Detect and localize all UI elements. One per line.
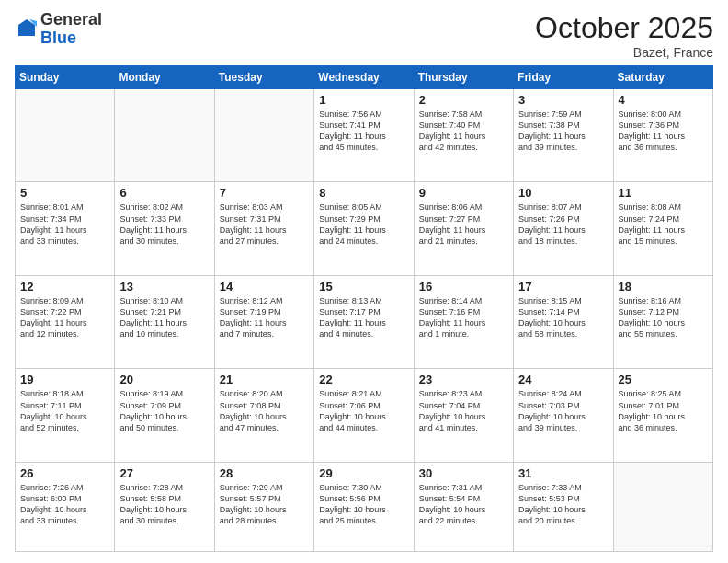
day-info: Sunrise: 8:05 AM Sunset: 7:29 PM Dayligh… xyxy=(319,201,408,247)
calendar-cell: 27Sunrise: 7:28 AM Sunset: 5:58 PM Dayli… xyxy=(115,462,214,551)
day-info: Sunrise: 7:28 AM Sunset: 5:58 PM Dayligh… xyxy=(119,482,209,527)
day-number: 8 xyxy=(319,186,408,200)
day-info: Sunrise: 7:29 AM Sunset: 5:57 PM Dayligh… xyxy=(220,482,309,527)
calendar-cell: 18Sunrise: 8:16 AM Sunset: 7:12 PM Dayli… xyxy=(613,275,712,368)
weekday-header-thursday: Thursday xyxy=(414,66,513,89)
day-number: 1 xyxy=(319,93,408,107)
location: Bazet, France xyxy=(535,45,713,60)
day-info: Sunrise: 8:09 AM Sunset: 7:22 PM Dayligh… xyxy=(20,295,109,340)
calendar-cell: 28Sunrise: 7:29 AM Sunset: 5:57 PM Dayli… xyxy=(214,462,313,551)
calendar-cell: 29Sunrise: 7:30 AM Sunset: 5:56 PM Dayli… xyxy=(314,462,414,551)
calendar-week-4: 26Sunrise: 7:26 AM Sunset: 6:00 PM Dayli… xyxy=(16,462,713,551)
day-info: Sunrise: 8:19 AM Sunset: 7:09 PM Dayligh… xyxy=(119,388,209,433)
day-info: Sunrise: 8:24 AM Sunset: 7:03 PM Dayligh… xyxy=(518,388,608,433)
calendar-cell: 10Sunrise: 8:07 AM Sunset: 7:26 PM Dayli… xyxy=(514,182,613,275)
weekday-header-sunday: Sunday xyxy=(16,66,115,89)
calendar-cell: 22Sunrise: 8:21 AM Sunset: 7:06 PM Dayli… xyxy=(314,369,414,462)
day-number: 4 xyxy=(619,93,708,107)
day-number: 19 xyxy=(20,373,109,386)
day-number: 2 xyxy=(419,93,508,107)
day-info: Sunrise: 7:59 AM Sunset: 7:38 PM Dayligh… xyxy=(518,109,608,154)
calendar-cell: 26Sunrise: 7:26 AM Sunset: 6:00 PM Dayli… xyxy=(16,462,115,551)
calendar-cell: 23Sunrise: 8:23 AM Sunset: 7:04 PM Dayli… xyxy=(414,369,513,462)
day-info: Sunrise: 8:13 AM Sunset: 7:17 PM Dayligh… xyxy=(319,295,408,340)
day-number: 3 xyxy=(518,93,608,107)
day-info: Sunrise: 8:18 AM Sunset: 7:11 PM Dayligh… xyxy=(20,388,109,433)
calendar-table: SundayMondayTuesdayWednesdayThursdayFrid… xyxy=(15,65,713,552)
day-number: 23 xyxy=(419,373,508,386)
calendar-cell: 8Sunrise: 8:05 AM Sunset: 7:29 PM Daylig… xyxy=(314,182,414,275)
day-number: 12 xyxy=(20,280,109,293)
day-number: 18 xyxy=(619,280,708,293)
day-info: Sunrise: 8:03 AM Sunset: 7:31 PM Dayligh… xyxy=(220,201,309,247)
day-info: Sunrise: 7:30 AM Sunset: 5:56 PM Dayligh… xyxy=(319,482,408,527)
day-number: 31 xyxy=(518,466,608,480)
page: General Blue October 2025 Bazet, France … xyxy=(0,0,728,563)
calendar-cell: 17Sunrise: 8:15 AM Sunset: 7:14 PM Dayli… xyxy=(514,275,613,368)
month-title: October 2025 xyxy=(535,11,713,45)
calendar-cell: 5Sunrise: 8:01 AM Sunset: 7:34 PM Daylig… xyxy=(16,182,115,275)
day-number: 11 xyxy=(619,186,708,200)
calendar-cell: 6Sunrise: 8:02 AM Sunset: 7:33 PM Daylig… xyxy=(115,182,214,275)
calendar-cell: 2Sunrise: 7:58 AM Sunset: 7:40 PM Daylig… xyxy=(414,89,513,182)
calendar-week-0: 1Sunrise: 7:56 AM Sunset: 7:41 PM Daylig… xyxy=(16,89,713,182)
day-info: Sunrise: 7:56 AM Sunset: 7:41 PM Dayligh… xyxy=(319,109,408,154)
day-number: 5 xyxy=(20,186,109,200)
calendar-cell: 9Sunrise: 8:06 AM Sunset: 7:27 PM Daylig… xyxy=(414,182,513,275)
calendar-cell: 24Sunrise: 8:24 AM Sunset: 7:03 PM Dayli… xyxy=(514,369,613,462)
day-number: 7 xyxy=(220,186,309,200)
calendar-week-3: 19Sunrise: 8:18 AM Sunset: 7:11 PM Dayli… xyxy=(16,369,713,462)
day-number: 26 xyxy=(20,466,109,480)
logo-icon xyxy=(17,17,37,38)
day-number: 17 xyxy=(518,280,608,293)
day-number: 29 xyxy=(319,466,408,480)
header: General Blue October 2025 Bazet, France xyxy=(15,11,713,60)
calendar-cell: 4Sunrise: 8:00 AM Sunset: 7:36 PM Daylig… xyxy=(613,89,712,182)
calendar-cell: 14Sunrise: 8:12 AM Sunset: 7:19 PM Dayli… xyxy=(214,275,313,368)
day-info: Sunrise: 8:01 AM Sunset: 7:34 PM Dayligh… xyxy=(20,201,109,247)
day-number: 6 xyxy=(119,186,209,200)
day-number: 15 xyxy=(319,280,408,293)
day-number: 13 xyxy=(119,280,209,293)
calendar-week-1: 5Sunrise: 8:01 AM Sunset: 7:34 PM Daylig… xyxy=(16,182,713,275)
logo: General Blue xyxy=(15,11,102,48)
day-info: Sunrise: 8:14 AM Sunset: 7:16 PM Dayligh… xyxy=(419,295,508,340)
day-number: 9 xyxy=(419,186,508,200)
day-number: 28 xyxy=(220,466,309,480)
calendar-cell: 12Sunrise: 8:09 AM Sunset: 7:22 PM Dayli… xyxy=(16,275,115,368)
day-number: 16 xyxy=(419,280,508,293)
day-info: Sunrise: 8:16 AM Sunset: 7:12 PM Dayligh… xyxy=(619,295,708,340)
calendar-cell: 13Sunrise: 8:10 AM Sunset: 7:21 PM Dayli… xyxy=(115,275,214,368)
calendar-cell xyxy=(613,462,712,551)
day-number: 25 xyxy=(619,373,708,386)
calendar-cell xyxy=(214,89,313,182)
calendar-cell: 19Sunrise: 8:18 AM Sunset: 7:11 PM Dayli… xyxy=(16,369,115,462)
weekday-header-monday: Monday xyxy=(115,66,214,89)
calendar-cell xyxy=(16,89,115,182)
calendar-cell: 30Sunrise: 7:31 AM Sunset: 5:54 PM Dayli… xyxy=(414,462,513,551)
calendar-cell: 7Sunrise: 8:03 AM Sunset: 7:31 PM Daylig… xyxy=(214,182,313,275)
day-number: 22 xyxy=(319,373,408,386)
day-info: Sunrise: 7:58 AM Sunset: 7:40 PM Dayligh… xyxy=(419,109,508,154)
calendar-body: 1Sunrise: 7:56 AM Sunset: 7:41 PM Daylig… xyxy=(16,89,713,552)
weekday-header-tuesday: Tuesday xyxy=(214,66,313,89)
weekday-header-wednesday: Wednesday xyxy=(314,66,414,89)
day-number: 27 xyxy=(119,466,209,480)
day-info: Sunrise: 8:08 AM Sunset: 7:24 PM Dayligh… xyxy=(619,201,708,247)
calendar-week-2: 12Sunrise: 8:09 AM Sunset: 7:22 PM Dayli… xyxy=(16,275,713,368)
day-number: 20 xyxy=(119,373,209,386)
day-number: 14 xyxy=(220,280,309,293)
calendar-cell: 31Sunrise: 7:33 AM Sunset: 5:53 PM Dayli… xyxy=(514,462,613,551)
weekday-header-friday: Friday xyxy=(514,66,613,89)
weekday-header-row: SundayMondayTuesdayWednesdayThursdayFrid… xyxy=(16,66,713,89)
weekday-header-saturday: Saturday xyxy=(613,66,712,89)
day-info: Sunrise: 7:26 AM Sunset: 6:00 PM Dayligh… xyxy=(20,482,109,527)
title-block: October 2025 Bazet, France xyxy=(535,11,713,60)
day-info: Sunrise: 8:25 AM Sunset: 7:01 PM Dayligh… xyxy=(619,388,708,433)
day-info: Sunrise: 7:33 AM Sunset: 5:53 PM Dayligh… xyxy=(518,482,608,527)
calendar-cell: 15Sunrise: 8:13 AM Sunset: 7:17 PM Dayli… xyxy=(314,275,414,368)
calendar-cell: 21Sunrise: 8:20 AM Sunset: 7:08 PM Dayli… xyxy=(214,369,313,462)
day-info: Sunrise: 8:00 AM Sunset: 7:36 PM Dayligh… xyxy=(619,109,708,154)
calendar-cell: 25Sunrise: 8:25 AM Sunset: 7:01 PM Dayli… xyxy=(613,369,712,462)
day-number: 21 xyxy=(220,373,309,386)
